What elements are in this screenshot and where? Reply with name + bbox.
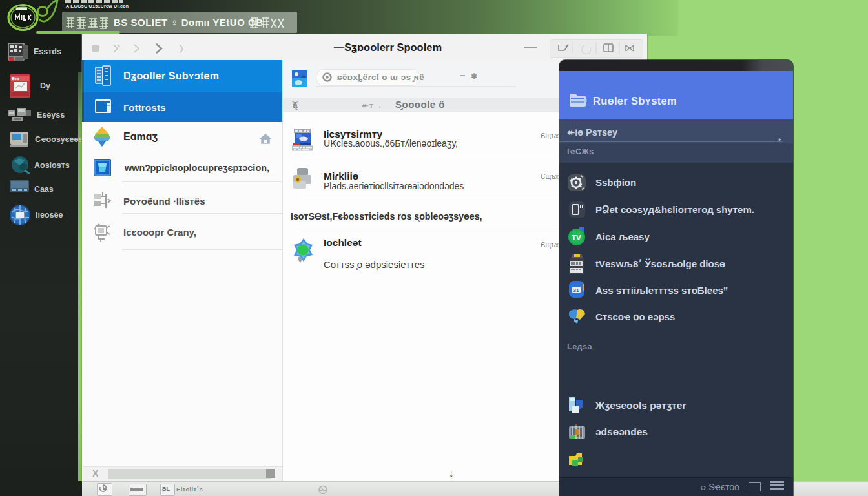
svg-text:TV: TV <box>572 234 581 242</box>
svg-text:Eea: Eea <box>12 76 19 81</box>
svg-text:31: 31 <box>574 287 579 293</box>
